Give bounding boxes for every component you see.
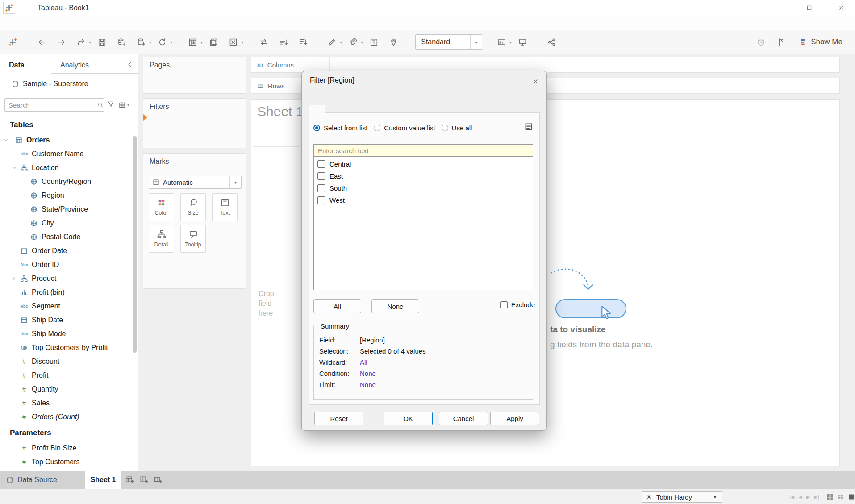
all-button[interactable]: All (313, 299, 361, 313)
clear-sheet-button[interactable] (226, 35, 240, 49)
filter-mode-radio-custom-value-list[interactable]: Custom value list (374, 124, 435, 132)
user-select[interactable]: Tobin Hardy ▾ (642, 491, 722, 503)
collapse-pane-icon[interactable] (127, 61, 133, 69)
share-button[interactable] (544, 35, 559, 49)
filter-mode-radio-select-from-list[interactable]: Select from list (313, 124, 367, 132)
search-box[interactable] (4, 98, 104, 112)
drop-field-zone[interactable]: Dropfieldhere (259, 289, 274, 318)
new-dashboard-icon[interactable] (140, 476, 148, 484)
sort-descending-button[interactable] (296, 35, 310, 49)
flag-button[interactable] (773, 35, 788, 49)
field-ship-date[interactable]: Ship Date (0, 313, 132, 327)
user-select-caret[interactable]: ▾ (714, 495, 716, 500)
dialog-tab-wildcard[interactable] (325, 105, 342, 113)
field-postal-code[interactable]: Postal Code (0, 230, 132, 244)
presentation-mode-button[interactable] (515, 35, 530, 49)
new-story-icon[interactable] (154, 476, 162, 484)
next-page-icon[interactable]: ▶ (806, 494, 810, 500)
mark-button-size[interactable]: Size (180, 193, 206, 221)
close-button[interactable] (827, 0, 855, 16)
maximize-button[interactable] (795, 0, 823, 16)
none-button[interactable]: None (371, 299, 419, 313)
forward-button[interactable] (54, 35, 68, 49)
field-product[interactable]: Product (0, 271, 132, 285)
field-discount[interactable]: # Discount (0, 354, 132, 368)
sheet1-tab[interactable]: Sheet 1 (85, 471, 121, 489)
value-row-east[interactable]: East (314, 170, 533, 182)
field-order-id[interactable]: Abc Order ID (0, 258, 132, 271)
columns-shelf[interactable]: iii Columns (251, 57, 840, 73)
expand-chevron[interactable] (12, 276, 17, 281)
fix-axes-button[interactable] (386, 35, 400, 49)
fit-mode-caret[interactable]: ▾ (470, 35, 482, 49)
first-page-icon[interactable]: |◀ (789, 494, 794, 500)
tableau-logo-button[interactable] (5, 35, 20, 49)
field-city[interactable]: City (0, 216, 132, 230)
field-quantity[interactable]: # Quantity (0, 382, 132, 396)
mark-button-detail[interactable]: Detail (149, 225, 174, 253)
ok-button[interactable]: OK (384, 412, 433, 425)
field-customer-name[interactable]: Abc Customer Name (0, 147, 132, 161)
minimize-button[interactable] (763, 0, 791, 16)
data-source-item[interactable]: Sample - Superstore (0, 78, 138, 90)
clock-button[interactable] (754, 35, 768, 49)
field-sales[interactable]: # Sales (0, 396, 132, 410)
data-source-tab[interactable]: Data Source (0, 471, 85, 489)
fullscreen-view-icon[interactable] (848, 494, 855, 500)
save-button[interactable] (95, 35, 109, 49)
field-ship-mode[interactable]: Abc Ship Mode (0, 327, 132, 341)
view-as-grid-icon[interactable]: ▾ (119, 102, 129, 108)
field-segment[interactable]: Abc Segment (0, 299, 132, 313)
tab-data[interactable]: Data (0, 57, 51, 74)
attach-button[interactable] (346, 35, 360, 49)
parameter-top-customers[interactable]: # Top Customers (0, 455, 132, 469)
highlight-button[interactable] (325, 35, 339, 49)
field-profit[interactable]: # Profit (0, 368, 132, 382)
dialog-tab-top[interactable] (359, 105, 376, 113)
field-order-date[interactable]: Order Date (0, 244, 132, 258)
filters-card[interactable]: Filters (143, 98, 246, 148)
fit-selector-button[interactable] (494, 35, 509, 49)
field-orders[interactable]: Orders (0, 133, 132, 147)
checkbox-icon[interactable] (500, 301, 508, 308)
sort-ascending-button[interactable] (276, 35, 290, 49)
field-orders-count-[interactable]: # Orders (Count) (0, 410, 132, 424)
mark-button-tooltip[interactable]: Tooltip (180, 225, 206, 253)
dialog-search-box[interactable] (313, 144, 533, 156)
previous-page-icon[interactable]: ◀ (798, 494, 802, 500)
apply-button[interactable]: Apply (490, 412, 539, 425)
cancel-button[interactable]: Cancel (439, 412, 488, 425)
field-region[interactable]: Region (0, 188, 132, 202)
value-row-central[interactable]: Central (314, 158, 533, 170)
mark-type-caret[interactable]: ▾ (229, 176, 241, 188)
enter-text-icon[interactable] (525, 123, 533, 131)
tab-analytics[interactable]: Analytics (51, 57, 89, 73)
mark-button-color[interactable]: Color (149, 193, 174, 221)
field-profit-bin-[interactable]: Profit (bin) (0, 285, 132, 299)
refresh-data-button[interactable] (155, 35, 169, 49)
new-data-source-button[interactable] (134, 35, 148, 49)
swap-rows-columns-button[interactable] (256, 35, 271, 49)
checkbox-icon[interactable] (317, 184, 325, 192)
replay-button[interactable] (74, 35, 88, 49)
dialog-search-input[interactable] (314, 147, 533, 154)
data-pane-scrollbar[interactable] (133, 131, 137, 422)
value-row-south[interactable]: South (314, 182, 533, 194)
field-top-customers-by-profit[interactable]: Top Customers by Profit (0, 341, 132, 354)
filmstrip-view-icon[interactable] (838, 494, 844, 500)
new-worksheet-icon[interactable] (126, 476, 134, 484)
pages-card[interactable]: Pages (143, 57, 246, 94)
value-row-west[interactable]: West (314, 194, 533, 206)
mark-button-text[interactable]: Text (212, 193, 238, 221)
checkbox-icon[interactable] (317, 196, 325, 204)
expand-chevron[interactable] (4, 137, 9, 143)
last-page-icon[interactable]: ▶| (814, 494, 819, 500)
filter-mode-radio-use-all[interactable]: Use all (442, 124, 472, 132)
field-location[interactable]: Location (0, 161, 132, 175)
reset-button[interactable]: Reset (314, 412, 363, 425)
grid-view-icon[interactable] (827, 494, 833, 500)
duplicate-sheet-button[interactable] (206, 35, 221, 49)
replay-caret[interactable]: ▾ (89, 40, 91, 45)
checkbox-icon[interactable] (317, 160, 325, 168)
show-me-button[interactable]: Show Me (800, 37, 842, 46)
